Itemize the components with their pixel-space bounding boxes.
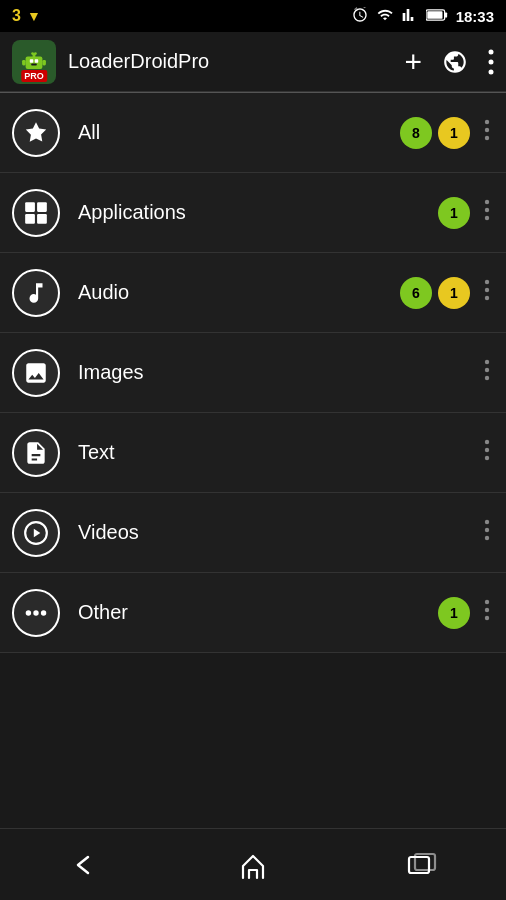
- wifi-icon: [376, 7, 394, 26]
- svg-point-42: [485, 600, 489, 604]
- audio-icon: [12, 269, 60, 317]
- images-menu-button[interactable]: [480, 354, 494, 391]
- svg-rect-10: [22, 59, 26, 65]
- svg-point-13: [489, 59, 494, 64]
- svg-point-40: [33, 610, 38, 615]
- all-icon: [12, 109, 60, 157]
- applications-label: Applications: [78, 201, 438, 224]
- images-label: Images: [78, 361, 480, 384]
- svg-rect-2: [427, 11, 442, 19]
- svg-rect-6: [31, 63, 37, 65]
- other-menu-button[interactable]: [480, 594, 494, 631]
- videos-icon: [12, 509, 60, 557]
- svg-point-9: [34, 52, 37, 55]
- svg-rect-3: [26, 56, 43, 69]
- notification-count: 3: [12, 7, 21, 25]
- overflow-menu-button[interactable]: [488, 49, 494, 75]
- svg-rect-1: [444, 12, 447, 17]
- title-actions: +: [404, 45, 494, 79]
- applications-icon: [12, 189, 60, 237]
- text-menu-button[interactable]: [480, 434, 494, 471]
- svg-point-23: [485, 208, 489, 212]
- title-bar: PRO LoaderDroidPro +: [0, 32, 506, 92]
- category-item-all[interactable]: All81: [0, 93, 506, 173]
- svg-point-8: [31, 52, 34, 55]
- back-button[interactable]: [54, 835, 114, 895]
- svg-point-26: [485, 288, 489, 292]
- svg-point-15: [485, 120, 489, 124]
- applications-badge-0: 1: [438, 197, 470, 229]
- all-badge-0: 8: [400, 117, 432, 149]
- svg-point-33: [485, 456, 489, 460]
- svg-point-28: [485, 360, 489, 364]
- svg-point-29: [485, 368, 489, 372]
- other-icon: [12, 589, 60, 637]
- all-menu-button[interactable]: [480, 114, 494, 151]
- svg-point-22: [485, 200, 489, 204]
- category-item-images[interactable]: Images: [0, 333, 506, 413]
- status-right: 18:33: [352, 7, 494, 26]
- svg-point-43: [485, 608, 489, 612]
- svg-point-32: [485, 448, 489, 452]
- other-label: Other: [78, 601, 438, 624]
- all-badge-group: 81: [400, 117, 470, 149]
- applications-badge-group: 1: [438, 197, 470, 229]
- svg-rect-5: [35, 59, 39, 63]
- audio-badge-1: 1: [438, 277, 470, 309]
- text-label: Text: [78, 441, 480, 464]
- recents-button[interactable]: [392, 835, 452, 895]
- audio-label: Audio: [78, 281, 400, 304]
- audio-menu-button[interactable]: [480, 274, 494, 311]
- svg-rect-20: [25, 214, 35, 224]
- svg-point-14: [489, 69, 494, 74]
- svg-rect-21: [37, 214, 47, 224]
- images-icon: [12, 349, 60, 397]
- svg-point-17: [485, 136, 489, 140]
- svg-rect-11: [42, 59, 46, 65]
- all-badge-1: 1: [438, 117, 470, 149]
- category-list: All81 Applications1 Audio61 Images Text …: [0, 93, 506, 653]
- home-button[interactable]: [223, 835, 283, 895]
- svg-point-12: [489, 49, 494, 54]
- category-item-other[interactable]: Other1: [0, 573, 506, 653]
- svg-point-41: [41, 610, 46, 615]
- app-title: LoaderDroidPro: [68, 50, 404, 73]
- svg-point-36: [485, 520, 489, 524]
- all-label: All: [78, 121, 400, 144]
- videos-menu-button[interactable]: [480, 514, 494, 551]
- svg-point-44: [485, 616, 489, 620]
- svg-rect-19: [37, 202, 47, 212]
- other-badge-0: 1: [438, 597, 470, 629]
- svg-point-39: [26, 610, 31, 615]
- svg-point-16: [485, 128, 489, 132]
- add-button[interactable]: +: [404, 45, 422, 79]
- svg-rect-4: [30, 59, 34, 63]
- audio-badge-0: 6: [400, 277, 432, 309]
- svg-point-31: [485, 440, 489, 444]
- download-icon: ▼: [27, 8, 41, 24]
- svg-point-38: [485, 536, 489, 540]
- category-item-applications[interactable]: Applications1: [0, 173, 506, 253]
- status-left: 3 ▼: [12, 7, 41, 25]
- globe-button[interactable]: [442, 49, 468, 75]
- other-badge-group: 1: [438, 597, 470, 629]
- svg-marker-35: [34, 528, 41, 537]
- svg-point-27: [485, 296, 489, 300]
- svg-point-25: [485, 280, 489, 284]
- category-item-audio[interactable]: Audio61: [0, 253, 506, 333]
- svg-point-30: [485, 376, 489, 380]
- status-bar: 3 ▼ 18:33: [0, 0, 506, 32]
- time-display: 18:33: [456, 8, 494, 25]
- svg-point-37: [485, 528, 489, 532]
- alarm-icon: [352, 7, 368, 26]
- signal-icon: [402, 7, 418, 26]
- bottom-nav: [0, 828, 506, 900]
- videos-label: Videos: [78, 521, 480, 544]
- category-item-text[interactable]: Text: [0, 413, 506, 493]
- applications-menu-button[interactable]: [480, 194, 494, 231]
- svg-point-24: [485, 216, 489, 220]
- battery-icon: [426, 8, 448, 25]
- app-icon: PRO: [12, 40, 56, 84]
- svg-rect-18: [25, 202, 35, 212]
- category-item-videos[interactable]: Videos: [0, 493, 506, 573]
